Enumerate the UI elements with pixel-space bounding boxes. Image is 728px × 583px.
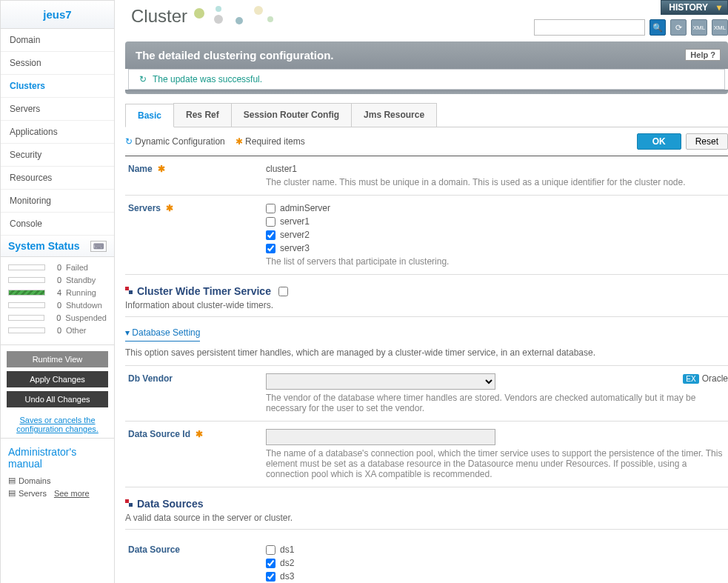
manual-domains[interactable]: ▤Domains <box>8 476 107 485</box>
nav-domain[interactable]: Domain <box>1 29 114 52</box>
tab-jms-resource[interactable]: Jms Resource <box>351 103 437 127</box>
refresh-icon: ↻ <box>139 74 147 84</box>
status-failed: 0Failed <box>8 263 107 272</box>
data-source-id-label: Data Source Id ✱ <box>125 429 266 479</box>
reset-button[interactable]: Reset <box>686 133 728 150</box>
name-hint: The cluster name. This must be unique in… <box>266 177 728 187</box>
app-title: jeus7 <box>1 1 114 29</box>
ds3-checkbox[interactable] <box>266 572 275 582</box>
required-icon: ✱ <box>236 136 243 147</box>
main-content: Cluster HISTORY 🔍 ⟳ XML XML The detailed… <box>115 0 728 583</box>
decorative-dots-icon <box>193 6 275 27</box>
tab-session-router[interactable]: Session Router Config <box>231 103 352 127</box>
ds1-checkbox[interactable] <box>266 545 275 555</box>
legend-required: Required items <box>245 136 305 147</box>
status-running: 4Running <box>8 288 107 297</box>
book-icon: ▤ <box>8 488 16 498</box>
svg-rect-8 <box>125 499 129 503</box>
dynamic-icon: ↻ <box>125 136 133 147</box>
tabs: Basic Res Ref Session Router Config Jms … <box>125 103 728 127</box>
status-suspended: 0Suspended <box>8 313 107 322</box>
data-sources-title: Data Sources <box>137 498 203 510</box>
cluster-timer-desc: Information about cluster-wide timers. <box>125 300 728 317</box>
nav-security[interactable]: Security <box>1 144 114 167</box>
see-more-link[interactable]: See more <box>54 489 90 498</box>
ds2-label: ds2 <box>280 558 294 568</box>
server-server1-checkbox[interactable] <box>266 217 275 227</box>
reload-icon[interactable]: ⟳ <box>670 19 687 36</box>
svg-point-2 <box>214 15 223 24</box>
ds1-label: ds1 <box>280 544 294 555</box>
system-status-body: 0Failed 0Standby 4Running 0Shutdown 0Sus… <box>1 257 114 344</box>
search-input[interactable] <box>534 19 645 36</box>
required-marker-icon: ✱ <box>158 164 165 174</box>
save-note[interactable]: Saves or cancels the configuration chang… <box>1 411 114 438</box>
svg-rect-6 <box>125 287 129 290</box>
db-vendor-example: EXOracle <box>683 373 728 384</box>
nav-session[interactable]: Session <box>1 52 114 75</box>
nav-resources[interactable]: Resources <box>1 167 114 190</box>
db-vendor-hint: The vendor of the database where timer h… <box>266 393 728 413</box>
system-status-header: System Status ⌨ <box>1 236 114 257</box>
servers-hint: The list of servers that participate in … <box>266 256 728 267</box>
db-vendor-label: Db Vendor <box>125 373 266 413</box>
status-other: 0Other <box>8 326 107 335</box>
tab-basic[interactable]: Basic <box>125 104 174 127</box>
update-message: ↻ The update was successful. <box>128 69 725 90</box>
book-icon: ▤ <box>8 476 16 485</box>
db-vendor-select[interactable] <box>266 373 495 390</box>
svg-point-1 <box>216 6 221 12</box>
svg-point-4 <box>254 6 263 15</box>
section-icon <box>125 286 133 296</box>
status-shutdown: 0Shutdown <box>8 301 107 310</box>
status-standby: 0Standby <box>8 276 107 284</box>
ds2-checkbox[interactable] <box>266 559 275 568</box>
tab-res-ref[interactable]: Res Ref <box>173 103 232 127</box>
svg-point-3 <box>236 17 243 24</box>
nav-clusters[interactable]: Clusters <box>1 75 114 98</box>
history-button[interactable]: HISTORY <box>661 0 728 15</box>
system-status-title: System Status <box>8 240 79 252</box>
svg-point-0 <box>194 8 204 19</box>
ds3-label: ds3 <box>280 571 294 582</box>
required-marker-icon: ✱ <box>196 429 203 439</box>
nav-applications[interactable]: Applications <box>1 121 114 144</box>
cluster-timer-checkbox[interactable] <box>278 287 288 296</box>
server-adminserver-label: adminServer <box>280 203 330 213</box>
update-message-text: The update was successful. <box>153 74 262 84</box>
nav-servers[interactable]: Servers <box>1 98 114 121</box>
database-setting-toggle[interactable]: ▾ Database Setting <box>125 324 200 342</box>
help-button[interactable]: Help ? <box>685 49 721 61</box>
nav-console[interactable]: Console <box>1 213 114 236</box>
nav-list: Domain Session Clusters Servers Applicat… <box>1 29 114 236</box>
server-server3-checkbox[interactable] <box>266 244 275 253</box>
svg-rect-7 <box>129 290 133 294</box>
undo-changes-button[interactable]: Undo All Changes <box>7 391 108 407</box>
data-source-label: Data Source <box>125 544 266 583</box>
server-server3-label: server3 <box>280 243 310 253</box>
required-marker-icon: ✱ <box>166 203 173 213</box>
server-adminserver-checkbox[interactable] <box>266 204 275 213</box>
data-source-id-input[interactable] <box>266 429 495 445</box>
database-setting-desc: This option saves persistent timer handl… <box>125 343 728 366</box>
admin-manual-header: Administrator's manual <box>8 446 107 470</box>
ok-button[interactable]: OK <box>637 133 681 150</box>
cluster-timer-title: Cluster Wide Timer Service <box>137 285 271 297</box>
xml-import-icon[interactable]: XML <box>691 19 707 36</box>
legend-dynamic: Dynamic Configuration <box>135 136 224 147</box>
server-server2-checkbox[interactable] <box>266 230 275 240</box>
name-label: Name ✱ <box>125 164 266 187</box>
server-server1-label: server1 <box>280 216 310 227</box>
xml-export-icon[interactable]: XML <box>712 19 728 36</box>
search-icon[interactable]: 🔍 <box>649 19 666 36</box>
monitor-icon[interactable]: ⌨ <box>90 241 107 252</box>
nav-monitoring[interactable]: Monitoring <box>1 190 114 213</box>
name-value: cluster1 <box>266 164 728 174</box>
runtime-view-button[interactable]: Runtime View <box>7 351 108 367</box>
server-server2-label: server2 <box>280 230 310 240</box>
data-sources-desc: A valid data source in the server or clu… <box>125 513 728 530</box>
apply-changes-button[interactable]: Apply Changes <box>7 371 108 387</box>
servers-label: Servers ✱ <box>125 203 266 267</box>
detail-header: The detailed clustering configuration. H… <box>125 41 728 69</box>
manual-servers[interactable]: ▤ServersSee more <box>8 488 107 498</box>
